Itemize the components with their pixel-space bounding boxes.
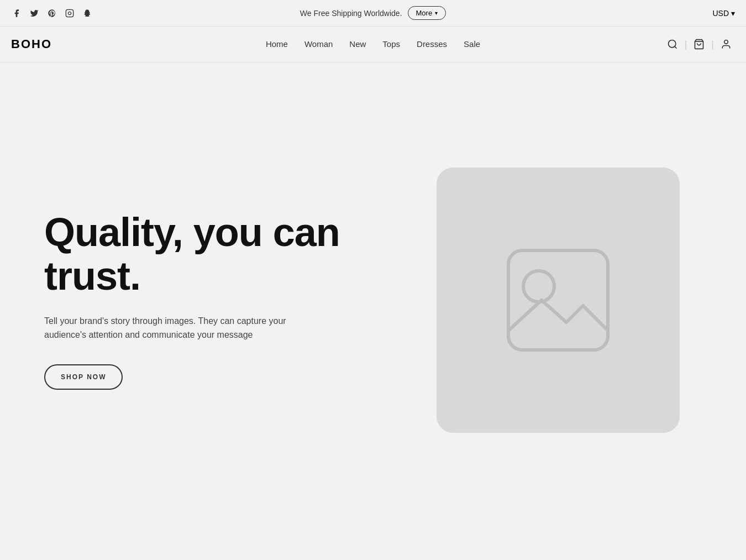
currency-label: USD <box>712 9 729 18</box>
hero-content: Quality, you can trust. Tell your brand'… <box>44 211 348 390</box>
nav-link-new[interactable]: New <box>349 39 366 49</box>
placeholder-image-icon <box>503 245 613 355</box>
nav-item-sale[interactable]: Sale <box>464 39 480 49</box>
nav-links: Home Woman New Tops Dresses Sale <box>266 39 480 49</box>
nav-link-tops[interactable]: Tops <box>382 39 400 49</box>
cart-button[interactable] <box>690 35 708 53</box>
cart-icon <box>694 39 705 50</box>
nav-link-home[interactable]: Home <box>266 39 288 49</box>
svg-line-3 <box>675 46 677 49</box>
more-button[interactable]: More ▾ <box>408 6 446 20</box>
svg-rect-6 <box>508 250 608 350</box>
logo[interactable]: BOHO <box>11 37 52 51</box>
more-button-label: More <box>416 9 433 17</box>
instagram-icon[interactable] <box>64 8 75 19</box>
account-button[interactable] <box>717 35 735 53</box>
navbar: BOHO Home Woman New Tops Dresses Sale | <box>0 27 746 62</box>
svg-point-5 <box>724 40 728 44</box>
nav-item-tops[interactable]: Tops <box>382 39 400 49</box>
shop-now-button[interactable]: SHOP NOW <box>44 364 123 390</box>
search-button[interactable] <box>664 35 681 53</box>
pinterest-icon[interactable] <box>46 8 57 19</box>
nav-link-dresses[interactable]: Dresses <box>417 39 447 49</box>
currency-selector[interactable]: USD ▾ <box>712 9 735 18</box>
nav-divider-2: | <box>711 39 714 50</box>
nav-link-woman[interactable]: Woman <box>304 39 333 49</box>
nav-divider-1: | <box>685 39 687 50</box>
nav-link-sale[interactable]: Sale <box>464 39 480 49</box>
announcement-bar: We Free Shipping Worldwide. More ▾ USD ▾ <box>0 0 746 27</box>
nav-item-home[interactable]: Home <box>266 39 288 49</box>
svg-point-7 <box>523 271 554 302</box>
snapchat-icon[interactable] <box>82 8 93 19</box>
nav-item-dresses[interactable]: Dresses <box>417 39 447 49</box>
facebook-icon[interactable] <box>11 8 22 19</box>
chevron-down-icon: ▾ <box>435 10 438 16</box>
user-icon <box>721 39 732 50</box>
nav-item-woman[interactable]: Woman <box>304 39 333 49</box>
hero-description: Tell your brand's story through images. … <box>44 314 309 342</box>
hero-section: Quality, you can trust. Tell your brand'… <box>0 62 746 538</box>
nav-item-new[interactable]: New <box>349 39 366 49</box>
svg-point-2 <box>668 40 675 48</box>
svg-rect-0 <box>66 9 73 17</box>
search-icon <box>667 39 678 50</box>
nav-right-actions: | | <box>664 35 735 53</box>
twitter-icon[interactable] <box>29 8 40 19</box>
social-icons-group <box>11 8 93 19</box>
chevron-down-icon: ▾ <box>731 9 735 18</box>
announcement-text: We Free Shipping Worldwide. <box>300 9 402 18</box>
hero-title: Quality, you can trust. <box>44 211 348 298</box>
hero-image-placeholder <box>437 168 680 433</box>
hero-image-container <box>437 168 680 433</box>
